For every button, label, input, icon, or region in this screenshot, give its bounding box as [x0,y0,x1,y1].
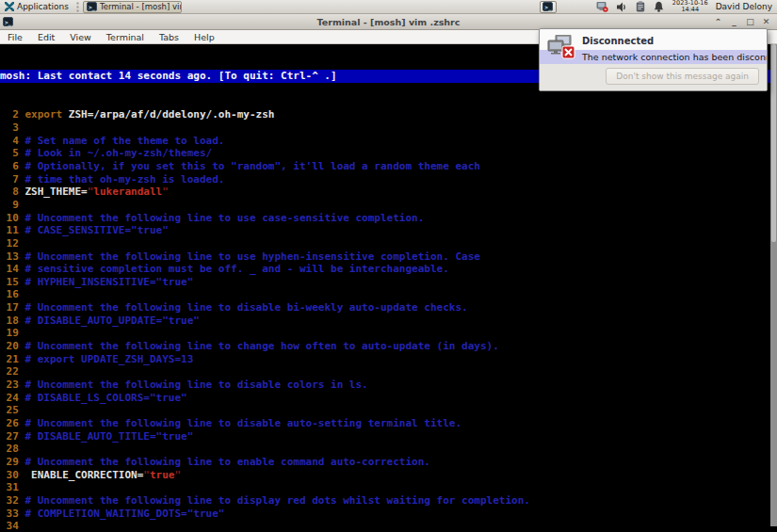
clock[interactable]: 2023-10-16 14:44 [672,0,708,13]
line-number: 4 [0,135,25,147]
editor-line-25: 25 [0,404,777,417]
editor-line-8: 8 ZSH_THEME="lukerandall" [0,185,777,199]
network-error-icon [547,35,577,61]
line-number: 31 [0,481,25,493]
line-number: 8 [0,185,25,198]
line-number: 11 [0,224,25,236]
notification-message: The network connection has been disconne… [582,52,768,62]
clipman-icon[interactable] [636,1,645,12]
maximize-button[interactable]: □ [744,16,756,28]
volume-icon[interactable] [617,2,627,12]
editor-line-18: 18 # DISABLE_AUTO_UPDATE="true" [0,314,777,328]
line-number: 27 [0,430,25,443]
editor-line-12: 12 [0,237,777,250]
network-disconnected-icon[interactable] [596,2,608,12]
line-number: 15 [0,276,25,288]
notifications-bell-icon[interactable] [654,1,664,12]
scrollbar-thumb[interactable] [771,44,776,242]
editor-line-22: 22 [0,365,777,379]
line-number: 2 [0,108,25,121]
line-number: 23 [0,379,25,391]
editor-line-7: 7 # time that oh-my-zsh is loaded. [0,173,777,186]
terminal-icon: >_ [87,2,97,11]
applications-label: Applications [17,2,69,11]
editor-line-6: 6 # Optionally, if you set this to "rand… [0,160,777,173]
editor-line-15: 15 # HYPHEN_INSENSITIVE="true" [0,276,777,289]
menu-item-file[interactable]: File [0,30,30,43]
tray-terminal-button[interactable]: >_ [540,1,557,13]
applications-menu-button[interactable]: Applications [0,0,73,13]
line-number: 5 [0,147,25,159]
dont-show-again-button[interactable]: Don't show this message again [606,68,759,85]
line-number: 16 [0,288,25,300]
applications-icon [5,2,14,11]
clock-time: 14:44 [672,7,708,13]
editor-line-20: 20 # Uncomment the following line to cha… [0,340,777,353]
line-number: 28 [0,443,25,455]
line-number: 21 [0,353,25,365]
menu-item-help[interactable]: Help [186,30,222,43]
editor-line-3: 3 [0,121,777,135]
terminal-viewport[interactable]: mosh: Last contact 14 seconds ago. [To q… [0,44,777,532]
close-button[interactable]: ✕ [760,16,772,28]
line-number: 12 [0,237,25,250]
editor-line-32: 32 # Uncomment the following line to dis… [0,494,777,508]
menu-item-view[interactable]: View [62,30,99,43]
line-number: 19 [0,327,25,339]
line-number: 10 [0,212,25,224]
shade-button[interactable]: ⌃ [712,16,724,28]
editor-line-31: 31 [0,481,777,494]
editor-line-14: 14 # sensitive completion must be off. _… [0,263,777,276]
terminal-icon: >_ [542,2,553,11]
editor-line-24: 24 # DISABLE_LS_COLORS="true" [0,392,777,405]
line-number: 22 [0,365,25,378]
line-number: 32 [0,494,25,507]
editor-line-28: 28 [0,443,777,456]
menu-item-edit[interactable]: Edit [30,30,62,43]
editor-line-29: 29 # Uncomment the following line to ena… [0,456,777,469]
editor-line-5: 5 # Look in ~/.oh-my-zsh/themes/ [0,147,777,160]
vim-status-line: ".zshrc" 91L, 2954B 1,1 Top [0,517,777,530]
minimize-button[interactable]: _ [728,16,740,28]
notification-title: Disconnected [582,36,654,46]
line-number: 26 [0,417,25,429]
editor-lines: 2 export ZSH=/arpa/af/d/ddelony/.oh-my-z… [0,108,777,532]
panel-separator [75,2,80,12]
top-panel: Applications >_ Terminal - [mosh] vim ..… [0,0,777,14]
notification-popup: Disconnected The network connection has … [539,28,768,91]
editor-line-21: 21 # export UPDATE_ZSH_DAYS=13 [0,353,777,366]
line-number: 3 [0,121,25,134]
line-number: 6 [0,160,25,172]
taskbar-button-terminal[interactable]: >_ Terminal - [mosh] vim .... [83,1,182,13]
line-number: 17 [0,301,25,314]
editor-line-11: 11 # CASE_SENSITIVE="true" [0,224,777,237]
line-number: 18 [0,314,25,327]
editor-line-9: 9 [0,199,777,212]
editor-line-2: 2 export ZSH=/arpa/af/d/ddelony/.oh-my-z… [0,108,777,121]
editor-line-26: 26 # Uncomment the following line to dis… [0,417,777,430]
terminal-scrollbar[interactable] [770,44,777,526]
editor-line-16: 16 [0,288,777,301]
taskbar-button-label: Terminal - [mosh] vim .... [100,2,182,11]
editor-line-23: 23 # Uncomment the following line to dis… [0,379,777,392]
window-title: Terminal - [mosh] vim .zshrc [0,17,777,27]
line-number: 14 [0,263,25,275]
editor-line-4: 4 # Set name of the theme to load. [0,135,777,148]
line-number: 9 [0,199,25,211]
menu-item-terminal[interactable]: Terminal [99,30,152,43]
editor-line-19: 19 [0,327,777,340]
menu-item-tabs[interactable]: Tabs [152,30,186,43]
line-number: 30 [0,469,25,481]
user-menu[interactable]: David Delony [716,2,777,11]
line-number: 13 [0,250,25,263]
editor-line-10: 10 # Uncomment the following line to use… [0,212,777,225]
line-number: 25 [0,404,25,416]
editor-line-27: 27 # DISABLE_AUTO_TITLE="true" [0,430,777,443]
line-number: 29 [0,456,25,468]
line-number: 24 [0,392,25,404]
line-number: 7 [0,173,25,185]
editor-line-30: 30 ENABLE_CORRECTION="true" [0,469,777,482]
editor-line-17: 17 # Uncomment the following line to dis… [0,301,777,314]
line-number: 20 [0,340,25,352]
editor-line-13: 13 # Uncomment the following line to use… [0,250,777,264]
